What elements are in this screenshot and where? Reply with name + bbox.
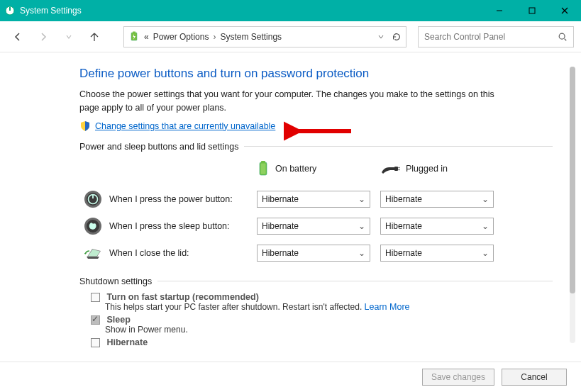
learn-more-link[interactable]: Learn More (365, 302, 410, 312)
window-title: System Settings (20, 6, 82, 16)
fast-startup-checkbox[interactable] (91, 293, 100, 302)
col-on-battery: On battery (257, 156, 370, 186)
chevron-down-icon: ⌄ (482, 221, 489, 231)
sleep-plugged-select[interactable]: Hibernate ⌄ (380, 218, 494, 235)
hibernate-checkbox[interactable] (91, 338, 100, 347)
section-shutdown-label: Shutdown settings (79, 276, 553, 286)
power-plan-icon (128, 31, 140, 43)
power-plugged-select[interactable]: Hibernate ⌄ (380, 191, 494, 208)
fast-startup-option: Turn on fast startup (recommended) This … (91, 292, 553, 312)
svg-rect-14 (394, 167, 398, 171)
titlebar: System Settings (0, 0, 581, 21)
scrollbar[interactable] (570, 67, 575, 343)
sleep-button-icon (84, 217, 102, 235)
crumb-power-options[interactable]: Power Options (153, 32, 209, 42)
close-button[interactable] (548, 0, 581, 21)
address-dropdown-icon[interactable] (377, 33, 384, 40)
svg-line-9 (565, 38, 567, 40)
hibernate-option: Hibernate (91, 337, 553, 347)
cancel-button[interactable]: Cancel (502, 369, 567, 386)
svg-rect-7 (133, 31, 135, 33)
intro-text: Choose the power settings that you want … (79, 88, 512, 115)
col-plugged-in: Plugged in (380, 158, 494, 184)
footer: Save changes Cancel (0, 362, 581, 392)
search-icon (558, 32, 568, 42)
scrollbar-thumb[interactable] (570, 67, 575, 293)
back-button[interactable] (7, 26, 28, 47)
svg-rect-3 (529, 8, 535, 13)
sleep-battery-select[interactable]: Hibernate ⌄ (257, 218, 370, 235)
forward-button[interactable] (33, 26, 54, 47)
change-settings-link[interactable]: Change settings that are currently unava… (95, 121, 275, 131)
crumb-sep-icon: › (213, 32, 216, 42)
crumb-system-settings[interactable]: System Settings (220, 32, 282, 42)
sleep-checkbox[interactable] (91, 315, 100, 325)
app-icon (4, 5, 16, 16)
svg-rect-12 (261, 161, 265, 163)
minimize-button[interactable] (483, 0, 516, 21)
lid-battery-select[interactable]: Hibernate ⌄ (257, 245, 370, 262)
maximize-button[interactable] (516, 0, 548, 21)
chevron-down-icon: ⌄ (358, 221, 365, 231)
content-area: Define power buttons and turn on passwor… (0, 52, 581, 362)
chevron-down-icon: ⌄ (358, 194, 365, 204)
recent-dropdown[interactable] (58, 26, 79, 47)
breadcrumb-bar[interactable]: « Power Options › System Settings (123, 26, 406, 47)
lid-row: When I close the lid: (84, 240, 247, 267)
plug-icon (380, 162, 400, 175)
chevron-down-icon: ⌄ (358, 248, 365, 258)
crumb-prefix: « (144, 32, 149, 42)
shield-icon (79, 121, 91, 132)
refresh-icon[interactable] (392, 32, 402, 42)
search-input[interactable] (424, 32, 552, 42)
svg-point-8 (559, 33, 565, 39)
lid-plugged-select[interactable]: Hibernate ⌄ (380, 245, 494, 262)
power-button-row: When I press the power button: (84, 186, 247, 213)
save-button[interactable]: Save changes (422, 369, 494, 386)
sleep-option: Sleep Show in Power menu. (91, 315, 553, 335)
section-buttons-label: Power and sleep buttons and lid settings (79, 142, 553, 152)
power-battery-select[interactable]: Hibernate ⌄ (257, 191, 370, 208)
laptop-lid-icon (84, 244, 102, 262)
battery-icon (257, 160, 270, 177)
power-button-icon (84, 190, 102, 208)
chevron-down-icon: ⌄ (482, 194, 489, 204)
search-box[interactable] (418, 26, 574, 47)
page-heading: Define power buttons and turn on passwor… (79, 67, 553, 81)
chevron-down-icon: ⌄ (482, 248, 489, 258)
sleep-button-row: When I press the sleep button: (84, 213, 247, 240)
up-button[interactable] (84, 26, 105, 47)
navbar: « Power Options › System Settings (0, 21, 581, 52)
svg-rect-1 (9, 7, 11, 11)
svg-rect-13 (261, 163, 266, 174)
